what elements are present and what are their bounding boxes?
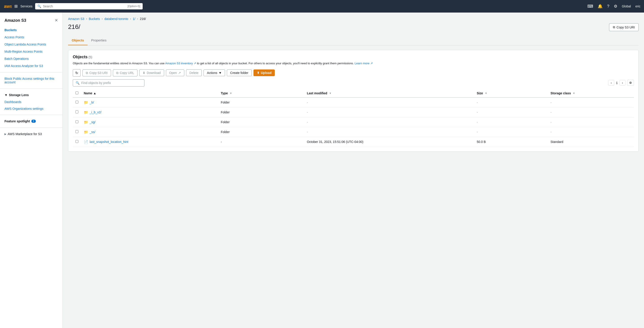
- object-size-3: -: [474, 127, 548, 137]
- objects-count: (5): [88, 55, 92, 59]
- object-name-link-2[interactable]: 📁_sg/: [84, 120, 216, 124]
- last-modified-column-header[interactable]: Last modified ▼: [304, 89, 474, 98]
- table-row: 📄last_snapshot_location_hint-October 31,…: [73, 137, 634, 147]
- size-sort-icon: ▼: [485, 92, 487, 95]
- object-name-link-4[interactable]: 📄last_snapshot_location_hint: [84, 140, 216, 144]
- row-checkbox-3[interactable]: [76, 130, 78, 133]
- grid-icon[interactable]: ⊞: [14, 4, 18, 9]
- objects-card: Objects (5) Objects are the fundamental …: [68, 50, 639, 152]
- table-settings-button[interactable]: ⚙: [627, 80, 634, 86]
- download-button[interactable]: ⬇ Download: [139, 70, 164, 76]
- create-folder-label: Create folder: [230, 71, 248, 75]
- aws-logo: aws: [4, 2, 12, 10]
- table-header-row: Name ▲ Type ▼ Last modif: [73, 89, 634, 98]
- sidebar-item-block-public-access[interactable]: Block Public Access settings for this ac…: [0, 75, 62, 86]
- sidebar-storage-lens-toggle[interactable]: ▼ Storage Lens: [0, 91, 62, 99]
- row-checkbox-2[interactable]: [76, 120, 78, 123]
- object-name-link-1[interactable]: 📁_i_b_v2/: [84, 110, 216, 115]
- table-row: 📁_sg/Folder---: [73, 117, 634, 127]
- row-checkbox-4[interactable]: [76, 140, 78, 143]
- breadcrumb-link-databend-toronto[interactable]: databend-toronto: [104, 17, 128, 21]
- sidebar-divider-2: [0, 89, 62, 89]
- select-all-checkbox[interactable]: [76, 91, 78, 94]
- objects-table-head: Name ▲ Type ▼ Last modif: [73, 89, 634, 98]
- sidebar-item-multi-region-access-points[interactable]: Multi-Region Access Points: [0, 48, 62, 55]
- feature-spotlight-badge: 7: [31, 120, 36, 123]
- sidebar-item-iam-access-analyzer-for-s3[interactable]: IAM Access Analyzer for S3: [0, 62, 62, 70]
- type-sort-icon: ▼: [230, 92, 232, 95]
- actions-button[interactable]: Actions ▼: [204, 70, 225, 76]
- search-container: 🔍 ‹ 1 › ⚙: [73, 79, 634, 87]
- object-name-link-3[interactable]: 📁_ss/: [84, 130, 216, 134]
- marketplace-expand-icon: ▶: [4, 133, 6, 136]
- chevron-down-icon: ▼: [218, 71, 222, 75]
- page-layout: Amazon S3 ✕ BucketsAccess PointsObject L…: [0, 13, 644, 328]
- sidebar-storage-sub-dashboards[interactable]: Dashboards: [0, 99, 62, 105]
- type-column-label: Type: [221, 91, 228, 95]
- tab-properties[interactable]: Properties: [88, 36, 110, 45]
- type-column-header[interactable]: Type ▼: [218, 89, 304, 98]
- learn-more-link[interactable]: Learn more ↗: [355, 62, 373, 65]
- object-storage-class-1: -: [548, 107, 634, 117]
- open-button[interactable]: Open ↗: [166, 70, 184, 76]
- sidebar-item-batch-operations[interactable]: Batch Operations: [0, 55, 62, 62]
- breadcrumb-separator-1: ›: [86, 17, 87, 20]
- copy-s3-uri-button[interactable]: ⧉ Copy S3 URI: [82, 70, 111, 76]
- inventory-link[interactable]: Amazon S3 inventory ↗: [165, 62, 196, 65]
- settings-icon[interactable]: ⚙: [614, 4, 617, 9]
- table-row: 📁_i_b_v2/Folder---: [73, 107, 634, 117]
- sidebar-close-button[interactable]: ✕: [55, 18, 58, 23]
- pagination-controls: ‹ 1 › ⚙: [608, 80, 634, 86]
- download-icon: ⬇: [143, 71, 145, 75]
- name-column-header[interactable]: Name ▲: [81, 89, 218, 98]
- delete-button[interactable]: Delete: [186, 70, 202, 76]
- terminal-icon[interactable]: ⌨: [587, 4, 593, 9]
- object-name-link-0[interactable]: 📁_b/: [84, 100, 216, 105]
- sidebar-item-object-lambda-access-points[interactable]: Object Lambda Access Points: [0, 41, 62, 48]
- breadcrumb-link-buckets[interactable]: Buckets: [89, 17, 100, 21]
- user-menu[interactable]: eric: [635, 5, 640, 8]
- sidebar-title: Amazon S3: [4, 18, 26, 23]
- open-label: Open: [169, 71, 177, 75]
- prev-page-button[interactable]: ‹: [608, 80, 614, 86]
- sidebar-feature-spotlight[interactable]: Feature spotlight 7: [0, 118, 62, 125]
- global-search-bar[interactable]: 🔍 [Option+S]: [35, 3, 143, 10]
- sidebar-item-access-points[interactable]: Access Points: [0, 34, 62, 41]
- prefix-search-box[interactable]: 🔍: [73, 79, 144, 87]
- copy-icon: ⧉: [613, 25, 615, 29]
- sidebar-storage-sub-aws-organizations-settings[interactable]: AWS Organizations settings: [0, 105, 62, 112]
- actions-label: Actions: [207, 71, 217, 75]
- name-column-label: Name: [84, 91, 92, 95]
- refresh-button[interactable]: ↻: [73, 69, 80, 77]
- sidebar-item-buckets[interactable]: Buckets: [0, 27, 62, 34]
- region-selector[interactable]: Global: [622, 5, 631, 8]
- download-label: Download: [147, 71, 160, 75]
- next-page-button[interactable]: ›: [620, 80, 626, 86]
- sidebar: Amazon S3 ✕ BucketsAccess PointsObject L…: [0, 13, 63, 328]
- prefix-search-input[interactable]: [81, 81, 142, 85]
- size-column-header[interactable]: Size ▼: [474, 89, 548, 98]
- bell-icon[interactable]: 🔔: [598, 4, 602, 9]
- storage-class-sort-icon: ▼: [573, 92, 575, 95]
- create-folder-button[interactable]: Create folder: [227, 70, 252, 76]
- breadcrumb-link-1/[interactable]: 1/: [133, 17, 136, 21]
- object-modified-4: October 31, 2023, 15:51:06 (UTC-04:00): [304, 137, 474, 147]
- object-storage-class-3: -: [548, 127, 634, 137]
- copy-url-label: Copy URL: [120, 71, 134, 75]
- help-icon[interactable]: ?: [607, 4, 609, 9]
- object-size-0: -: [474, 98, 548, 108]
- row-checkbox-0[interactable]: [76, 101, 78, 104]
- tab-objects[interactable]: Objects: [68, 36, 88, 45]
- search-input[interactable]: [43, 5, 126, 8]
- upload-button[interactable]: ⬆ Upload: [254, 70, 275, 76]
- copy-s3-uri-header-button[interactable]: ⧉ Copy S3 URI: [609, 23, 639, 31]
- file-icon: 📄: [84, 140, 88, 144]
- object-modified-3: -: [304, 127, 474, 137]
- storage-class-column-header[interactable]: Storage class ▼: [548, 89, 634, 98]
- breadcrumb-link-amazon-s3[interactable]: Amazon S3: [68, 17, 84, 21]
- row-checkbox-1[interactable]: [76, 110, 78, 113]
- copy-url-button[interactable]: ⧉ Copy URL: [113, 70, 138, 76]
- object-type-3: Folder: [218, 127, 304, 137]
- services-menu[interactable]: Services: [20, 5, 32, 8]
- sidebar-marketplace[interactable]: ▶ AWS Marketplace for S3: [0, 130, 62, 138]
